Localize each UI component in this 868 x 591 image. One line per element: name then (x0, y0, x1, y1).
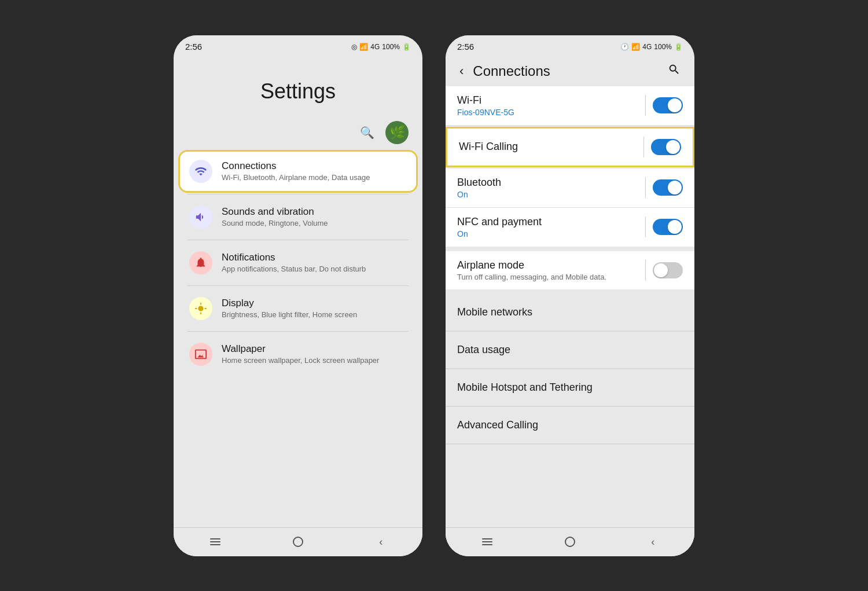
divider-2 (187, 240, 409, 240)
status-icons-left: ◎ 📶 4G 100% 🔋 (351, 43, 411, 51)
advanced-calling-title: Advanced Calling (457, 419, 683, 431)
battery-full-icon: 🔋 (402, 43, 411, 51)
mobile-networks-item[interactable]: Mobile networks (446, 294, 694, 331)
hotspot-item[interactable]: Mobile Hotspot and Tethering (446, 369, 694, 406)
data-usage-item[interactable]: Data usage (446, 332, 694, 369)
wifi-calling-item-text: Wi-Fi Calling (459, 141, 637, 153)
advanced-calling-item[interactable]: Advanced Calling (446, 407, 694, 444)
wifi-toggle[interactable] (653, 97, 683, 113)
nav-lines-icon (210, 538, 220, 545)
wifi-status-icon: 📶 (359, 43, 368, 51)
settings-screen: Settings 🔍 🌿 Connections (174, 56, 422, 556)
time-left: 2:56 (185, 42, 202, 52)
airplane-item-subtitle: Turn off calling, messaging, and Mobile … (457, 273, 638, 281)
airplane-item-text: Airplane mode Turn off calling, messagin… (457, 259, 638, 281)
divider-3 (187, 285, 409, 286)
divider-4 (187, 331, 409, 332)
settings-item-connections[interactable]: Connections Wi-Fi, Bluetooth, Airplane m… (178, 150, 418, 193)
header-search-button[interactable] (663, 61, 685, 82)
nfc-item-title: NFC and payment (457, 216, 638, 228)
airplane-toggle[interactable] (653, 262, 683, 278)
mobile-networks-title: Mobile networks (457, 306, 683, 318)
wifi-item-title: Wi-Fi (457, 94, 638, 107)
nav-home-button-right[interactable] (553, 531, 587, 552)
sounds-subtitle: Sound mode, Ringtone, Volume (222, 219, 407, 227)
settings-item-sounds[interactable]: Sounds and vibration Sound mode, Rington… (178, 196, 418, 238)
avatar-icon[interactable]: 🌿 (385, 121, 409, 144)
airplane-item[interactable]: Airplane mode Turn off calling, messagin… (446, 251, 694, 289)
status-bar-right: 2:56 🕐 📶 4G 100% 🔋 (446, 35, 694, 56)
data-usage-text: Data usage (457, 344, 683, 356)
wifi-calling-toggle[interactable] (651, 139, 681, 155)
conn-divider-2 (643, 137, 644, 157)
settings-item-display[interactable]: Display Brightness, Blue light filter, H… (178, 287, 418, 330)
bluetooth-item-subtitle: On (457, 190, 638, 199)
conn-divider (645, 95, 646, 116)
nav-back-icon-right: ‹ (651, 536, 654, 548)
nav-home-button[interactable] (281, 531, 315, 552)
conn-divider-3 (645, 177, 646, 198)
bluetooth-item-title: Bluetooth (457, 177, 638, 189)
battery-right: 100% (654, 43, 672, 51)
connections-text: Connections Wi-Fi, Bluetooth, Airplane m… (222, 160, 407, 182)
nav-back-button[interactable]: ‹ (363, 531, 398, 552)
connections-screen: ‹ Connections Wi-Fi Fios-09NVE-5G (446, 56, 694, 556)
nfc-item-text: NFC and payment On (457, 216, 638, 238)
display-subtitle: Brightness, Blue light filter, Home scre… (222, 310, 407, 319)
settings-title: Settings (174, 56, 422, 115)
advanced-calling-text: Advanced Calling (457, 419, 683, 431)
time-right: 2:56 (457, 42, 474, 52)
bluetooth-item[interactable]: Bluetooth On (446, 168, 694, 207)
conn-divider-5 (645, 260, 646, 281)
connections-title: Connections (222, 160, 407, 172)
wifi-item-text: Wi-Fi Fios-09NVE-5G (457, 94, 638, 117)
back-button[interactable]: ‹ (455, 61, 468, 81)
wallpaper-subtitle: Home screen wallpaper, Lock screen wallp… (222, 356, 407, 365)
wifi-calling-item[interactable]: Wi-Fi Calling (447, 129, 693, 166)
wifi-item-subtitle: Fios-09NVE-5G (457, 108, 638, 117)
connections-header: ‹ Connections (446, 56, 694, 86)
notifications-text: Notifications App notifications, Status … (222, 252, 407, 273)
nav-home-icon (293, 537, 303, 547)
wifi-item[interactable]: Wi-Fi Fios-09NVE-5G (446, 86, 694, 125)
nav-back-icon: ‹ (379, 536, 382, 548)
nav-recents-button[interactable] (198, 531, 233, 552)
wallpaper-title: Wallpaper (222, 343, 407, 355)
conn-divider-4 (645, 216, 646, 237)
settings-item-notifications[interactable]: Notifications App notifications, Status … (178, 241, 418, 284)
sounds-title: Sounds and vibration (222, 206, 407, 218)
settings-search-row: 🔍 🌿 (174, 115, 422, 150)
nfc-toggle[interactable] (653, 219, 683, 235)
settings-item-wallpaper[interactable]: Wallpaper Home screen wallpaper, Lock sc… (178, 333, 418, 376)
notifications-icon (189, 251, 212, 274)
shazam-icon: ◎ (351, 43, 357, 51)
status-bar-left: 2:56 ◎ 📶 4G 100% 🔋 (174, 35, 422, 56)
right-phone: 2:56 🕐 📶 4G 100% 🔋 ‹ Connections (446, 35, 694, 556)
sounds-text: Sounds and vibration Sound mode, Rington… (222, 206, 407, 227)
mobile-networks-text: Mobile networks (457, 306, 683, 318)
connections-subtitle: Wi-Fi, Bluetooth, Airplane mode, Data us… (222, 173, 407, 182)
nav-recents-button-right[interactable] (470, 531, 505, 552)
status-icons-right: 🕐 📶 4G 100% 🔋 (620, 43, 683, 51)
bluetooth-toggle[interactable] (653, 179, 683, 196)
hotspot-title: Mobile Hotspot and Tethering (457, 381, 683, 394)
settings-search-button[interactable]: 🔍 (355, 121, 378, 144)
wifi-status-icon-right: 📶 (631, 43, 640, 51)
hotspot-text: Mobile Hotspot and Tethering (457, 381, 683, 394)
nav-home-icon-right (565, 537, 575, 547)
bottom-nav-right: ‹ (446, 527, 694, 556)
bottom-nav-left: ‹ (174, 527, 422, 556)
avatar-leaf: 🌿 (389, 125, 405, 140)
display-icon (189, 297, 212, 320)
left-phone: 2:56 ◎ 📶 4G 100% 🔋 Settings 🔍 🌿 (174, 35, 422, 556)
battery-icon: 100% (382, 43, 400, 51)
notifications-subtitle: App notifications, Status bar, Do not di… (222, 265, 407, 273)
nav-lines-icon-right (482, 538, 492, 545)
connections-list: Wi-Fi Fios-09NVE-5G Wi-Fi Calling (446, 86, 694, 527)
battery-icon-right: 🔋 (674, 43, 683, 51)
connections-icon (189, 160, 212, 183)
wallpaper-text: Wallpaper Home screen wallpaper, Lock sc… (222, 343, 407, 365)
notifications-title: Notifications (222, 252, 407, 263)
nav-back-button-right[interactable]: ‹ (635, 531, 670, 552)
nfc-item[interactable]: NFC and payment On (446, 208, 694, 247)
